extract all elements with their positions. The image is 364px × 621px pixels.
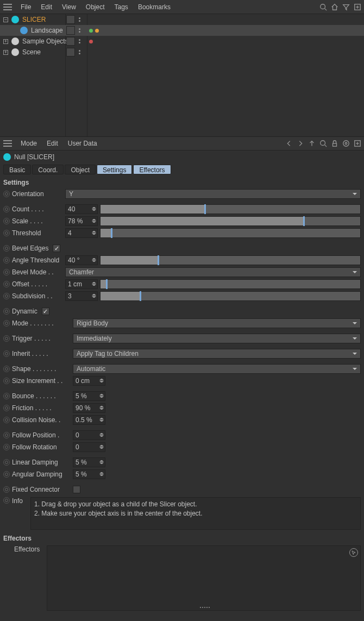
menu-edit2[interactable]: Edit bbox=[42, 137, 62, 149]
nav-fwd-icon[interactable] bbox=[296, 139, 305, 148]
menu-view[interactable]: View bbox=[58, 1, 80, 13]
hamburger-icon[interactable] bbox=[3, 140, 12, 147]
maximize-icon[interactable] bbox=[353, 139, 362, 148]
search-icon[interactable] bbox=[319, 139, 328, 148]
mode-dropdown[interactable]: Rigid Body bbox=[73, 318, 361, 328]
anim-button[interactable] bbox=[3, 218, 10, 224]
collision-noise-input[interactable]: 0.5 % bbox=[73, 415, 105, 425]
count-input[interactable]: 40 bbox=[65, 204, 98, 214]
filter-icon[interactable] bbox=[342, 3, 350, 11]
bevel-mode-dropdown[interactable]: Chamfer bbox=[65, 267, 361, 277]
visibility-toggle[interactable] bbox=[66, 15, 75, 24]
shape-dropdown[interactable]: Automatic bbox=[73, 364, 361, 374]
visibility-toggle[interactable] bbox=[66, 26, 75, 35]
anim-button[interactable] bbox=[3, 405, 10, 411]
tree-row[interactable]: +Scene bbox=[0, 47, 364, 58]
menu-tags[interactable]: Tags bbox=[110, 1, 133, 13]
lock-icon[interactable] bbox=[330, 139, 339, 148]
maximize-icon[interactable] bbox=[353, 3, 362, 11]
anim-button[interactable] bbox=[3, 350, 10, 357]
tab-basic[interactable]: Basic bbox=[3, 165, 31, 174]
anim-button[interactable] bbox=[3, 308, 10, 315]
angle-threshold-input[interactable]: 40 ° bbox=[65, 255, 98, 265]
anim-button[interactable] bbox=[3, 378, 10, 384]
anim-button[interactable] bbox=[3, 191, 10, 197]
anim-button[interactable] bbox=[3, 293, 10, 299]
render-dots-icon[interactable] bbox=[77, 37, 81, 45]
anim-button[interactable] bbox=[3, 471, 10, 478]
expand-icon[interactable]: − bbox=[3, 17, 8, 22]
effectors-list[interactable] bbox=[47, 545, 361, 611]
anim-button[interactable] bbox=[3, 497, 10, 504]
angle-threshold-slider[interactable] bbox=[100, 255, 361, 265]
render-dots-icon[interactable] bbox=[77, 48, 81, 56]
orientation-dropdown[interactable]: Y bbox=[65, 189, 361, 199]
subdivision-slider[interactable] bbox=[100, 291, 361, 301]
offset-input[interactable]: 1 cm bbox=[65, 279, 98, 289]
target-icon[interactable] bbox=[342, 139, 350, 148]
anim-button[interactable] bbox=[3, 335, 10, 342]
render-dots-icon[interactable] bbox=[77, 27, 81, 34]
threshold-input[interactable]: 4 bbox=[65, 228, 98, 238]
anim-button[interactable] bbox=[3, 245, 10, 252]
visibility-toggle[interactable] bbox=[66, 48, 75, 57]
scale-slider[interactable] bbox=[100, 216, 361, 226]
expand-icon[interactable]: + bbox=[3, 50, 8, 55]
menu-userdata[interactable]: User Data bbox=[64, 137, 102, 149]
tree-row[interactable]: Landscape bbox=[0, 25, 364, 36]
menu-file[interactable]: File bbox=[16, 1, 35, 13]
effectors-pick-icon[interactable] bbox=[349, 548, 358, 557]
tag-icon[interactable] bbox=[95, 29, 99, 33]
menu-mode[interactable]: Mode bbox=[16, 137, 41, 149]
anim-button[interactable] bbox=[3, 459, 10, 466]
search-icon[interactable] bbox=[319, 3, 328, 11]
nav-up-icon[interactable] bbox=[307, 139, 316, 148]
expand-icon[interactable]: + bbox=[3, 39, 8, 44]
anim-button[interactable] bbox=[3, 320, 10, 327]
anim-button[interactable] bbox=[3, 366, 10, 372]
linear-damping-input[interactable]: 5 % bbox=[73, 457, 105, 467]
size-increment-input[interactable]: 0 cm bbox=[73, 376, 105, 386]
anim-button[interactable] bbox=[3, 206, 10, 212]
angular-damping-input[interactable]: 5 % bbox=[73, 469, 105, 479]
menu-object[interactable]: Object bbox=[81, 1, 109, 13]
bounce-input[interactable]: 5 % bbox=[73, 391, 105, 401]
inherit-dropdown[interactable]: Apply Tag to Children bbox=[73, 349, 361, 359]
menu-edit[interactable]: Edit bbox=[36, 1, 57, 13]
home-icon[interactable] bbox=[330, 3, 339, 11]
menu-bookmarks[interactable]: Bookmarks bbox=[134, 1, 175, 13]
scale-input[interactable]: 78 % bbox=[65, 216, 98, 226]
tag-icon[interactable] bbox=[89, 40, 93, 43]
tag-icon[interactable] bbox=[89, 29, 93, 33]
visibility-toggle[interactable] bbox=[66, 37, 75, 46]
subdivision-input[interactable]: 3 bbox=[65, 291, 98, 301]
threshold-slider[interactable] bbox=[100, 228, 361, 238]
follow-rotation-input[interactable]: 0 bbox=[73, 442, 105, 452]
info-textbox[interactable]: 1. Drag & drop your object as a child of… bbox=[30, 497, 361, 530]
anim-button[interactable] bbox=[3, 281, 10, 287]
hamburger-icon[interactable] bbox=[3, 4, 12, 10]
render-dots-icon[interactable] bbox=[77, 16, 81, 23]
nav-back-icon[interactable] bbox=[285, 139, 293, 148]
tab-settings[interactable]: Settings bbox=[97, 165, 132, 174]
bevel-edges-checkbox[interactable] bbox=[53, 244, 60, 252]
count-slider[interactable] bbox=[100, 204, 361, 214]
fixed-connector-checkbox[interactable] bbox=[73, 486, 80, 493]
dynamic-checkbox[interactable] bbox=[42, 308, 49, 315]
offset-slider[interactable] bbox=[100, 279, 361, 289]
tab-object[interactable]: Object bbox=[65, 165, 96, 174]
trigger-dropdown[interactable]: Immediately bbox=[73, 334, 361, 343]
tab-coord[interactable]: Coord. bbox=[32, 165, 64, 174]
anim-button[interactable] bbox=[3, 444, 10, 450]
friction-input[interactable]: 90 % bbox=[73, 403, 105, 413]
anim-button[interactable] bbox=[3, 393, 10, 399]
tree-row[interactable]: −SLICER bbox=[0, 14, 364, 25]
tree-row[interactable]: +Sample Objects bbox=[0, 36, 364, 47]
tab-effectors[interactable]: Effectors bbox=[133, 165, 171, 174]
anim-button[interactable] bbox=[3, 432, 10, 438]
anim-button[interactable] bbox=[3, 269, 10, 275]
anim-button[interactable] bbox=[3, 230, 10, 236]
anim-button[interactable] bbox=[3, 486, 10, 493]
follow-position-input[interactable]: 0 bbox=[73, 430, 105, 440]
anim-button[interactable] bbox=[3, 257, 10, 264]
